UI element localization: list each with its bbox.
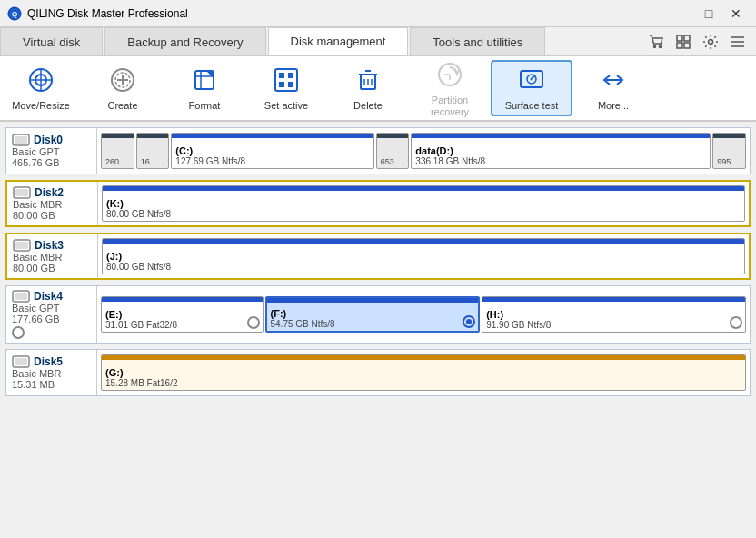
main-nav: Virtual disk Backup and Recovery Disk ma… <box>0 27 756 56</box>
disk0-part3[interactable]: (C:) 127.69 GB Ntfs/8 <box>171 133 373 169</box>
disk5-name: Disk5 <box>12 355 91 368</box>
create-label: Create <box>107 100 137 112</box>
svg-rect-5 <box>684 35 690 41</box>
disk3-type: Basic MBR <box>13 252 92 263</box>
svg-rect-50 <box>15 358 27 365</box>
settings-icon-button[interactable] <box>700 31 721 53</box>
delete-label: Delete <box>353 100 383 112</box>
move-resize-icon <box>25 64 57 96</box>
disk0-part6[interactable]: 995... <box>712 133 746 169</box>
close-button[interactable]: ✕ <box>723 5 749 23</box>
minimize-button[interactable]: — <box>669 5 694 23</box>
tab-tools-utilities[interactable]: Tools and utilities <box>410 27 545 55</box>
disk4-partitions: (E:) 31.01 GB Fat32/8 (F:) 54.75 GB Ntfs… <box>97 286 750 343</box>
format-label: Format <box>189 100 221 112</box>
disk4-radio[interactable] <box>12 326 25 339</box>
svg-rect-7 <box>684 43 690 48</box>
disk4-type: Basic GPT <box>12 303 91 314</box>
disk0-partitions: 260... 16.... (C:) 127.69 GB Ntfs/8 653.… <box>97 128 750 174</box>
disk2-name: Disk2 <box>13 186 92 199</box>
disk4-part-h-radio[interactable] <box>730 316 742 329</box>
move-resize-label: Move/Resize <box>12 100 70 112</box>
svg-rect-23 <box>275 69 297 91</box>
svg-rect-48 <box>15 293 27 300</box>
svg-rect-6 <box>677 43 682 48</box>
svg-rect-27 <box>288 82 293 87</box>
grid-icon-button[interactable] <box>672 31 694 53</box>
disk0-part4[interactable]: 653... <box>376 133 410 169</box>
toolbar-surface-test[interactable]: Surface test <box>491 60 572 116</box>
toolbar-create[interactable]: Create <box>82 60 164 116</box>
svg-point-3 <box>660 45 662 47</box>
disk-area: Disk0 Basic GPT 465.76 GB 260... 16.... … <box>0 122 756 538</box>
svg-rect-42 <box>15 136 27 144</box>
disk-row-disk5: Disk5 Basic MBR 15.31 MB (G:) 15.28 MB F… <box>5 349 751 396</box>
toolbar-delete[interactable]: Delete <box>327 60 409 116</box>
tab-virtual-disk[interactable]: Virtual disk <box>0 27 103 55</box>
tab-backup-recovery[interactable]: Backup and Recovery <box>104 27 265 55</box>
disk4-part-f[interactable]: (F:) 54.75 GB Ntfs/8 <box>265 296 481 333</box>
disk5-type: Basic MBR <box>12 368 91 379</box>
svg-rect-25 <box>288 73 293 78</box>
toolbar-format[interactable]: Format <box>164 60 245 116</box>
disk-row-disk2: Disk2 Basic MBR 80.00 GB (K:) 80.00 GB N… <box>5 180 751 227</box>
delete-icon <box>352 64 384 96</box>
disk0-size: 465.76 GB <box>12 157 91 168</box>
svg-point-8 <box>709 39 713 44</box>
disk0-type: Basic GPT <box>12 146 91 157</box>
surface-test-icon <box>515 64 548 96</box>
disk-row-disk0: Disk0 Basic GPT 465.76 GB 260... 16.... … <box>5 127 751 174</box>
disk4-name: Disk4 <box>12 290 91 303</box>
disk4-part-h[interactable]: (H:) 91.90 GB Ntfs/8 <box>482 296 746 333</box>
disk0-part2[interactable]: 16.... <box>136 133 170 169</box>
more-icon <box>597 64 630 96</box>
disk-row-disk4: Disk4 Basic GPT 177.66 GB (E:) 31.01 GB … <box>5 285 751 344</box>
svg-line-40 <box>532 75 535 79</box>
disk4-part-e[interactable]: (E:) 31.01 GB Fat32/8 <box>101 296 264 333</box>
app-container: Q QILING Disk Master Professional — □ ✕ … <box>0 0 756 538</box>
disk3-partitions: (J:) 80.00 GB Ntfs/8 <box>98 234 749 278</box>
disk5-info: Disk5 Basic MBR 15.31 MB <box>6 350 97 395</box>
surface-test-label: Surface test <box>505 100 559 112</box>
disk2-partitions: (K:) 80.00 GB Ntfs/8 <box>98 182 749 225</box>
disk3-name: Disk3 <box>13 239 92 252</box>
svg-point-2 <box>654 45 656 47</box>
tab-disk-management[interactable]: Disk management <box>268 27 409 55</box>
menu-icon-button[interactable] <box>727 31 749 53</box>
svg-rect-24 <box>279 73 284 78</box>
toolbar-move-resize[interactable]: Move/Resize <box>0 60 82 116</box>
toolbar-set-active[interactable]: Set active <box>245 60 327 116</box>
disk2-part1[interactable]: (K:) 80.00 GB Ntfs/8 <box>102 185 745 222</box>
window-controls: — □ ✕ <box>669 5 749 23</box>
title-bar: Q QILING Disk Master Professional — □ ✕ <box>0 0 756 27</box>
svg-text:Q: Q <box>12 10 17 18</box>
maximize-button[interactable]: □ <box>696 5 721 23</box>
set-active-icon <box>270 64 303 96</box>
format-icon <box>188 64 221 96</box>
disk2-size: 80.00 GB <box>13 210 92 221</box>
disk4-part-f-radio[interactable] <box>463 315 475 328</box>
toolbar-partition-recovery[interactable]: Partition recovery <box>409 60 491 116</box>
disk4-part-e-radio[interactable] <box>247 316 260 329</box>
cart-icon-button[interactable] <box>645 31 667 53</box>
disk0-name: Disk0 <box>12 134 91 146</box>
disk4-size: 177.66 GB <box>12 314 91 324</box>
disk4-info: Disk4 Basic GPT 177.66 GB <box>6 286 97 343</box>
disk0-info: Disk0 Basic GPT 465.76 GB <box>6 128 97 174</box>
toolbar-more[interactable]: More... <box>572 60 654 116</box>
disk0-part1[interactable]: 260... <box>101 133 134 169</box>
disk3-size: 80.00 GB <box>13 263 92 274</box>
disk3-info: Disk3 Basic MBR 80.00 GB <box>7 234 98 278</box>
disk-row-disk3: Disk3 Basic MBR 80.00 GB (J:) 80.00 GB N… <box>5 233 751 280</box>
app-icon: Q <box>7 6 22 21</box>
svg-rect-44 <box>15 189 28 196</box>
disk5-partitions: (G:) 15.28 MB Fat16/2 <box>97 350 750 395</box>
svg-rect-4 <box>677 35 682 41</box>
set-active-label: Set active <box>264 100 308 112</box>
partition-recovery-label: Partition recovery <box>416 95 483 118</box>
disk0-part5[interactable]: data(D:) 336.18 GB Ntfs/8 <box>411 133 711 169</box>
disk3-part1[interactable]: (J:) 80.00 GB Ntfs/8 <box>102 238 745 274</box>
disk5-part1[interactable]: (G:) 15.28 MB Fat16/2 <box>101 354 746 391</box>
nav-right-icons <box>645 27 756 55</box>
svg-rect-26 <box>279 82 284 87</box>
